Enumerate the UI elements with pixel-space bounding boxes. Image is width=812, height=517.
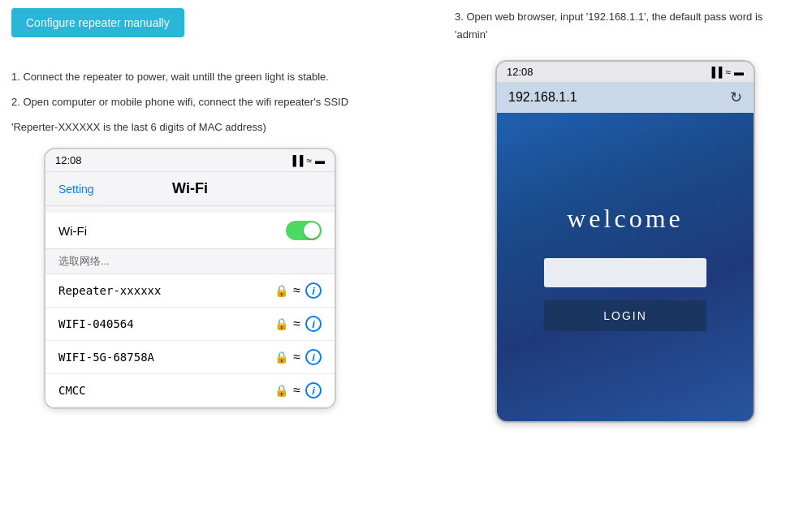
info-icon[interactable]: i	[305, 382, 322, 399]
step2-text-line1: 2. Open computer or mobile phone wifi, c…	[11, 94, 369, 111]
lock-icon: 🔒	[274, 384, 288, 397]
lock-icon: 🔒	[274, 317, 288, 330]
step3-text: 3. Open web browser, input '192.168.1.1'…	[455, 8, 796, 44]
network-name: CMCC	[58, 384, 274, 397]
signal-icon: ▐▐	[289, 155, 303, 166]
browser-status-icons: ▐▐ ≈ ▬	[708, 67, 744, 78]
wifi-page-title: Wi-Fi	[172, 180, 208, 197]
password-input[interactable]	[544, 258, 706, 287]
info-icon[interactable]: i	[305, 349, 322, 365]
list-item[interactable]: WIFI-040564 🔒 ≈ i	[45, 308, 335, 341]
wifi-signal-icon: ≈	[293, 317, 300, 331]
wifi-settings-header: Setting Wi-Fi	[45, 172, 335, 206]
browser-wifi-icon: ≈	[725, 67, 731, 78]
right-section: 3. Open web browser, input '192.168.1.1'…	[455, 8, 796, 423]
browser-time: 12:08	[507, 66, 533, 78]
list-item[interactable]: CMCC 🔒 ≈ i	[45, 374, 335, 407]
wifi-toggle-label: Wi-Fi	[58, 224, 87, 238]
info-icon[interactable]: i	[305, 316, 322, 332]
wifi-toggle-switch[interactable]	[286, 221, 322, 240]
welcome-text: welcome	[567, 204, 684, 234]
list-item[interactable]: Repeater-xxxxxx 🔒 ≈ i	[45, 274, 335, 308]
browser-address-bar: 192.168.1.1 ↻	[497, 82, 754, 113]
setting-link[interactable]: Setting	[58, 183, 94, 196]
lock-icon: 🔒	[274, 284, 288, 297]
wifi-signal-icon: ≈	[293, 350, 300, 364]
wifi-toggle-row: Wi-Fi	[45, 213, 335, 249]
configure-repeater-button[interactable]: Configure repeater manually	[11, 8, 184, 37]
list-item[interactable]: WIFI-5G-68758A 🔒 ≈ i	[45, 341, 335, 374]
left-section: 1. Connect the repeater to power, wait u…	[11, 69, 369, 409]
phone-time: 12:08	[55, 154, 82, 166]
network-name: WIFI-040564	[58, 317, 274, 330]
wifi-phone-mockup: 12:08 ▐▐ ≈ ▬ Setting Wi-Fi Wi-Fi 选取网络...…	[44, 148, 336, 409]
lock-icon: 🔒	[274, 351, 288, 364]
browser-phone-mockup: 12:08 ▐▐ ≈ ▬ 192.168.1.1 ↻ welcome LOGIN	[495, 60, 755, 423]
network-name: Repeater-xxxxxx	[58, 284, 274, 297]
network-icons: 🔒 ≈ i	[274, 382, 322, 399]
battery-icon: ▬	[315, 155, 325, 166]
status-icons: ▐▐ ≈ ▬	[289, 155, 325, 166]
browser-content: welcome LOGIN	[497, 113, 754, 421]
step2-text-line2: 'Reperter-XXXXXX is the last 6 digits of…	[11, 119, 369, 136]
wifi-signal-icon: ≈	[293, 283, 300, 298]
network-name: WIFI-5G-68758A	[58, 351, 274, 364]
browser-status-bar: 12:08 ▐▐ ≈ ▬	[497, 62, 754, 82]
browser-battery-icon: ▬	[734, 67, 744, 78]
network-icons: 🔒 ≈ i	[274, 316, 322, 332]
address-text: 192.168.1.1	[508, 90, 577, 105]
network-icons: 🔒 ≈ i	[274, 282, 322, 299]
browser-signal-icon: ▐▐	[708, 67, 722, 78]
refresh-icon[interactable]: ↻	[730, 88, 742, 106]
step1-text: 1. Connect the repeater to power, wait u…	[11, 69, 369, 86]
wifi-signal-icon: ≈	[293, 383, 300, 398]
wifi-status-icon: ≈	[306, 155, 312, 166]
login-button[interactable]: LOGIN	[544, 300, 706, 331]
network-section-header: 选取网络...	[45, 249, 335, 274]
phone-status-bar: 12:08 ▐▐ ≈ ▬	[45, 149, 335, 172]
network-icons: 🔒 ≈ i	[274, 349, 322, 365]
info-icon[interactable]: i	[305, 282, 322, 299]
